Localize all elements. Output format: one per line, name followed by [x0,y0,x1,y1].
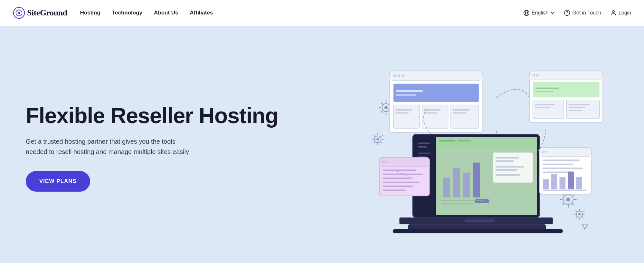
svg-rect-87 [383,177,411,179]
nav-item-about[interactable]: About Us [154,10,178,16]
svg-rect-26 [422,105,448,128]
chevron-down-icon [550,11,555,15]
svg-point-94 [543,151,545,153]
svg-point-38 [536,74,538,77]
svg-rect-72 [495,160,514,162]
hero-illustration [334,54,618,241]
view-plans-button[interactable]: VIEW PLANS [26,171,90,192]
svg-rect-100 [543,179,549,189]
svg-rect-53 [418,146,427,148]
svg-rect-85 [383,169,416,171]
svg-point-6 [612,11,615,13]
logo-icon [13,7,25,19]
svg-rect-42 [533,100,564,118]
svg-rect-86 [383,174,422,175]
svg-rect-97 [543,164,573,165]
svg-rect-93 [539,153,591,156]
svg-rect-22 [393,84,479,102]
svg-rect-33 [453,112,466,113]
login-link[interactable]: Login [610,10,631,16]
svg-point-20 [397,74,400,77]
svg-rect-99 [543,172,570,173]
svg-rect-88 [383,182,419,183]
svg-rect-98 [543,168,583,169]
svg-rect-41 [535,91,554,92]
svg-rect-75 [495,174,520,176]
svg-rect-23 [396,90,423,92]
svg-rect-48 [568,110,582,111]
svg-rect-31 [424,112,437,113]
svg-point-84 [385,161,387,163]
svg-rect-43 [566,100,600,118]
svg-point-10 [376,138,379,141]
get-in-touch-label: Get in Touch [572,10,601,16]
nav-right: English Get in Touch Login [523,10,631,16]
svg-point-83 [382,161,384,163]
svg-rect-63 [443,177,450,197]
svg-rect-52 [418,142,430,144]
svg-rect-62 [458,140,471,141]
logo-text: SiteGround [27,8,67,18]
svg-rect-30 [424,109,441,111]
nav-item-hosting[interactable]: Hosting [80,10,100,16]
svg-rect-74 [495,169,517,171]
nav-links: Hosting Technology About Us Affiliates [80,10,523,16]
hero-subtitle: Get a trusted hosting partner that gives… [26,136,193,157]
nav-item-affiliates[interactable]: Affiliates [190,10,213,16]
svg-rect-46 [568,104,590,105]
svg-rect-24 [396,94,416,96]
svg-rect-47 [568,107,585,108]
hero-content: Flexible Reseller Hosting Get a trusted … [26,104,334,192]
illustration-svg [334,54,618,241]
svg-rect-39 [533,82,599,97]
svg-rect-103 [568,172,574,189]
svg-rect-89 [383,186,412,187]
help-icon [564,10,570,16]
hero-title: Flexible Reseller Hosting [26,104,334,128]
svg-rect-104 [576,177,582,189]
svg-rect-82 [379,163,429,166]
svg-rect-45 [535,107,550,108]
svg-rect-69 [441,203,475,204]
svg-rect-66 [473,163,480,198]
svg-rect-25 [393,105,420,128]
svg-rect-65 [463,173,470,198]
svg-rect-77 [464,219,494,222]
svg-point-8 [384,106,388,109]
svg-point-21 [401,74,404,77]
svg-rect-102 [559,177,565,189]
nav-item-technology[interactable]: Technology [112,10,142,16]
svg-point-12 [566,197,570,201]
svg-rect-79 [393,229,563,233]
svg-point-14 [578,213,581,215]
svg-rect-44 [535,104,555,105]
get-in-touch-link[interactable]: Get in Touch [564,10,601,16]
login-label: Login [619,10,631,16]
svg-rect-105 [543,190,586,191]
svg-rect-36 [529,76,603,79]
svg-rect-61 [439,140,455,141]
svg-rect-32 [453,109,469,111]
svg-rect-96 [543,159,580,161]
svg-rect-54 [418,153,430,154]
svg-marker-15 [582,224,588,229]
svg-rect-68 [441,200,485,201]
svg-rect-29 [395,112,409,113]
svg-rect-18 [389,77,483,80]
svg-rect-27 [451,105,479,128]
language-label: English [532,10,548,16]
svg-point-19 [393,74,396,77]
logo-link[interactable]: SiteGround [13,7,67,19]
user-icon [610,10,617,16]
svg-point-95 [545,151,547,153]
svg-rect-101 [551,174,557,189]
language-selector[interactable]: English [523,10,555,16]
svg-rect-71 [495,157,519,159]
svg-rect-60 [436,137,537,147]
svg-rect-90 [383,190,406,191]
svg-rect-73 [495,166,524,168]
svg-rect-28 [395,109,412,111]
svg-rect-40 [535,88,559,89]
navbar: SiteGround Hosting Technology About Us A… [0,0,644,26]
hero-section: Flexible Reseller Hosting Get a trusted … [0,26,644,263]
